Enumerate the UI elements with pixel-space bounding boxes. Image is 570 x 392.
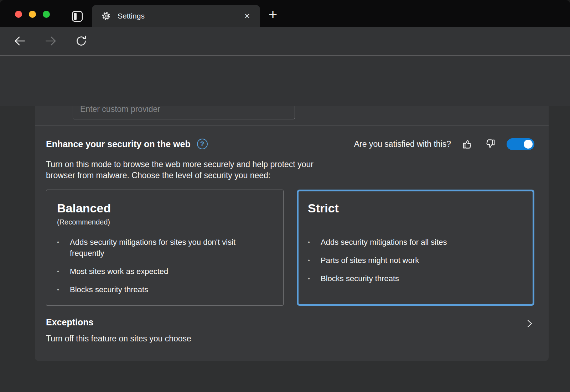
forward-icon[interactable] (44, 35, 57, 47)
settings-header: Settings (0, 56, 570, 106)
thumbs-up-icon[interactable] (461, 138, 474, 150)
list-item: •Most sites work as expected (57, 266, 273, 277)
bullet-icon: • (57, 266, 70, 277)
back-icon[interactable] (14, 35, 26, 47)
browser-window: Settings ✕ + Edge | edge://setting (0, 0, 570, 392)
navigation-toolbar: Edge | edge://settings/privacy (0, 27, 570, 55)
list-item: •Parts of sites might not work (308, 255, 523, 266)
tab-close-icon[interactable]: ✕ (244, 12, 250, 20)
card-subtitle: (Recommended) (57, 218, 273, 229)
security-level-cards: Balanced (Recommended) •Adds security mi… (46, 190, 534, 306)
reload-icon[interactable] (75, 35, 88, 47)
list-item: •Blocks security threats (57, 284, 273, 295)
bullet-icon: • (57, 284, 70, 295)
custom-provider-input[interactable] (73, 106, 295, 119)
tab-settings[interactable]: Settings ✕ (92, 5, 260, 27)
bullet-icon: • (57, 237, 70, 259)
window-zoom-button[interactable] (43, 11, 50, 18)
exceptions-description: Turn off this feature on sites you choos… (46, 334, 191, 344)
card-strict[interactable]: Strict •Adds security mitigations for al… (297, 190, 534, 306)
chevron-right-icon[interactable] (524, 319, 534, 329)
bullet-icon: • (308, 273, 321, 284)
card-balanced[interactable]: Balanced (Recommended) •Adds security mi… (46, 190, 284, 306)
tab-bar: Settings ✕ + (0, 0, 570, 27)
bullet-icon: • (308, 255, 321, 266)
bullet-icon: • (308, 237, 321, 248)
feedback-question: Are you satisfied with this? (354, 139, 451, 149)
new-tab-button[interactable]: + (265, 6, 281, 24)
tab-overview-icon[interactable] (71, 10, 83, 24)
card-subtitle (308, 218, 523, 229)
exceptions-row[interactable]: Exceptions Turn off this feature on site… (46, 317, 534, 344)
card-title: Strict (308, 201, 523, 215)
feedback-controls: Are you satisfied with this? (354, 138, 534, 150)
card-title: Balanced (57, 201, 273, 215)
settings-page: Enhance your security on the web ? Are y… (0, 106, 570, 392)
tab-title: Settings (118, 12, 145, 20)
section-title: Enhance your security on the web (46, 139, 191, 149)
thumbs-down-icon[interactable] (484, 138, 497, 150)
help-icon[interactable]: ? (197, 139, 208, 149)
section-description: Turn on this mode to browse the web more… (46, 159, 534, 181)
security-toggle[interactable] (507, 138, 534, 150)
window-close-button[interactable] (15, 11, 22, 18)
custom-provider-row (35, 106, 549, 125)
toggle-knob (524, 140, 533, 149)
exceptions-title: Exceptions (46, 317, 191, 327)
list-item: •Adds security mitigations for all sites (308, 237, 523, 248)
list-item: •Blocks security threats (308, 273, 523, 284)
security-section: Enhance your security on the web ? Are y… (35, 138, 549, 344)
window-minimize-button[interactable] (29, 11, 36, 18)
privacy-panel: Enhance your security on the web ? Are y… (35, 106, 549, 361)
gear-icon (101, 11, 111, 21)
list-item: •Adds security mitigations for sites you… (57, 237, 273, 259)
